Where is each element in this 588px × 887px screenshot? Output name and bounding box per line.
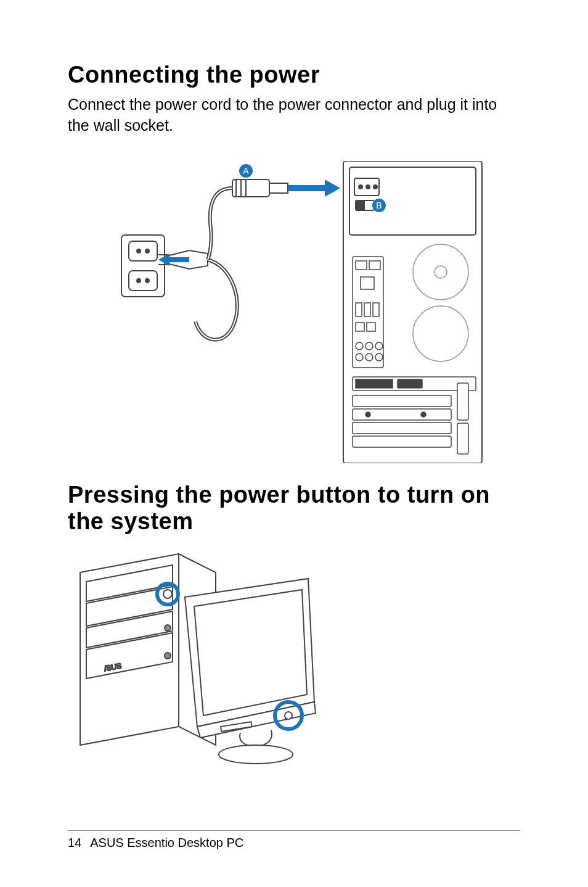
svg-rect-56 — [353, 436, 451, 447]
svg-point-23 — [359, 185, 362, 189]
svg-point-60 — [163, 590, 172, 598]
svg-rect-0 — [121, 235, 165, 297]
svg-point-47 — [375, 353, 383, 361]
section-heading-power-button: Pressing the power button to turn on the… — [68, 482, 520, 535]
svg-point-45 — [356, 353, 363, 361]
svg-point-62 — [165, 653, 171, 659]
svg-rect-36 — [361, 277, 374, 289]
svg-point-24 — [366, 185, 370, 189]
svg-text:A: A — [243, 166, 249, 176]
svg-point-5 — [137, 279, 141, 283]
svg-rect-37 — [356, 303, 362, 316]
svg-rect-11 — [232, 179, 269, 197]
callout-label-b: B — [372, 199, 386, 212]
svg-rect-40 — [356, 323, 364, 331]
svg-point-54 — [421, 412, 426, 417]
svg-rect-51 — [353, 395, 451, 406]
svg-rect-27 — [357, 202, 364, 209]
svg-point-44 — [375, 342, 383, 350]
svg-rect-38 — [364, 303, 370, 316]
svg-point-64 — [285, 712, 292, 719]
svg-rect-55 — [353, 423, 451, 434]
power-button-illustration: /SUS — [62, 548, 327, 770]
svg-point-3 — [137, 249, 141, 253]
svg-point-53 — [365, 412, 370, 417]
svg-point-43 — [365, 342, 373, 350]
page-footer: 14 ASUS Essentio Desktop PC — [68, 830, 520, 850]
callout-label-a: A — [239, 164, 253, 178]
svg-rect-34 — [356, 261, 367, 270]
footer-title: ASUS Essentio Desktop PC — [90, 836, 243, 850]
section-heading-connecting-power: Connecting the power — [68, 62, 520, 88]
svg-rect-50 — [398, 379, 422, 388]
svg-rect-2 — [129, 271, 157, 291]
svg-point-63 — [219, 745, 293, 764]
svg-point-25 — [374, 185, 377, 189]
power-connection-illustration: A B — [103, 161, 485, 463]
page-number: 14 — [68, 836, 81, 850]
svg-rect-39 — [373, 303, 379, 316]
svg-text:B: B — [376, 200, 382, 210]
svg-point-42 — [356, 342, 363, 350]
svg-rect-1 — [129, 241, 157, 261]
svg-marker-16 — [325, 179, 340, 197]
svg-point-61 — [165, 625, 171, 631]
section-paragraph: Connect the power cord to the power conn… — [68, 94, 520, 136]
manual-page: Connecting the power Connect the power c… — [0, 0, 588, 887]
svg-rect-57 — [457, 383, 468, 420]
svg-rect-41 — [367, 323, 375, 331]
svg-rect-35 — [369, 261, 380, 270]
svg-point-6 — [145, 279, 149, 283]
svg-rect-49 — [356, 379, 393, 388]
svg-point-46 — [365, 353, 373, 361]
svg-point-4 — [145, 249, 149, 253]
svg-rect-58 — [457, 423, 468, 454]
